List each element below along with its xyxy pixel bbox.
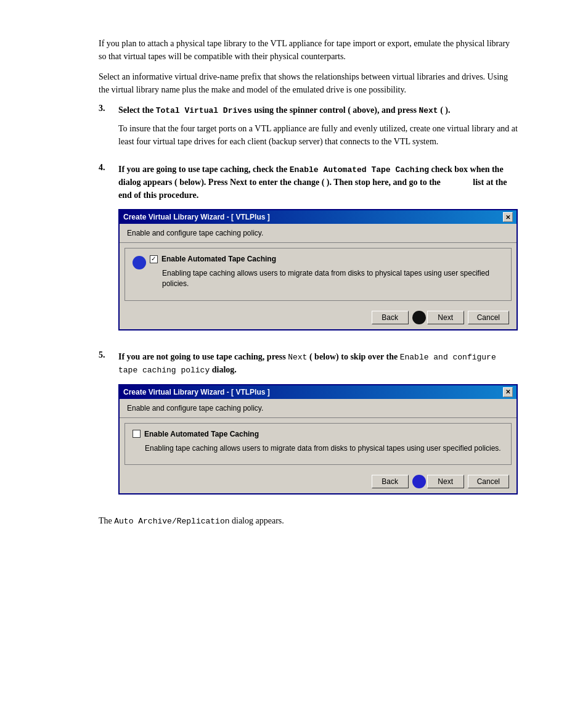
step-5-number: 5.: [99, 350, 113, 360]
step-5-para1: If you are not going to use tape caching…: [118, 350, 518, 377]
step-5-content: If you are not going to use tape caching…: [118, 350, 518, 505]
step-4-number: 4.: [99, 163, 113, 173]
dialog-1-titlebar: Create Virtual Library Wizard - [ VTLPlu…: [120, 210, 517, 224]
dialog-1-body: Enable Automated Tape Caching Enabling t…: [125, 248, 512, 301]
step-3-number: 3.: [99, 104, 113, 113]
dialog-1-wrapper: Create Virtual Library Wizard - [ VTLPlu…: [118, 209, 518, 330]
dialog-1-description: Enabling tape caching allows users to mi…: [162, 268, 504, 289]
dialog-1-checkbox-label: Enable Automated Tape Caching: [161, 255, 276, 263]
dialog-1-checkbox-row: Enable Automated Tape Caching: [150, 255, 504, 263]
dialog-1-next-dot: [412, 311, 426, 324]
dialog-1-subtitle: Enable and configure tape caching policy…: [120, 224, 517, 243]
step-3-code2: Next: [419, 106, 438, 115]
dialog-1-cancel-button[interactable]: Cancel: [468, 311, 509, 324]
step-3: 3. Select the Total Virtual Drives using…: [99, 104, 518, 153]
footer-code: Auto Archive/Replication: [114, 517, 229, 526]
dialog-2-back-button[interactable]: Back: [372, 475, 409, 488]
dialog-2-next-dot: [412, 475, 426, 488]
content-block: If you plan to attach a physical tape li…: [99, 37, 518, 528]
intro-paragraph-1: If you plan to attach a physical tape li…: [99, 37, 518, 63]
step-3-content: Select the Total Virtual Drives using th…: [118, 104, 518, 153]
dialog-2-title: Create Virtual Library Wizard - [ VTLPlu…: [123, 388, 270, 396]
dialog-1-checkbox[interactable]: [150, 255, 158, 263]
step-4-next-inline: Next: [230, 178, 247, 187]
dialog-1: Create Virtual Library Wizard - [ VTLPlu…: [118, 209, 518, 330]
footer-paragraph: The Auto Archive/Replication dialog appe…: [99, 514, 518, 528]
step-5: 5. If you are not going to use tape cach…: [99, 350, 518, 505]
step-5-bold-end: dialog.: [210, 365, 237, 374]
step-3-para2: To insure that the four target ports on …: [118, 122, 518, 148]
footer-text-before: The: [99, 516, 114, 525]
dialog-2-close-button[interactable]: ✕: [503, 387, 513, 397]
dialog-2-checkbox[interactable]: [133, 430, 141, 438]
dialog-2-titlebar: Create Virtual Library Wizard - [ VTLPlu…: [120, 385, 517, 399]
dialog-2-checkbox-label: Enable Automated Tape Caching: [144, 430, 259, 438]
step-4-code1: Enable Automated Tape Caching: [290, 165, 429, 174]
dialog-2-body: Enable Automated Tape Caching Enabling t…: [125, 423, 512, 466]
step-5-bold-after: ( below) to skip over the: [307, 352, 399, 361]
step-4-dot-indicator: [133, 256, 146, 269]
dialog-1-title: Create Virtual Library Wizard - [ VTLPlu…: [123, 213, 270, 221]
step-3-para1: Select the Total Virtual Drives using th…: [118, 104, 518, 117]
dialog-2-description: Enabling tape caching allows users to mi…: [145, 443, 504, 454]
step-4-bold: If you are going to use tape caching, ch…: [118, 165, 507, 200]
footer-text-after: dialog appears.: [230, 516, 284, 525]
dialog-2-checkbox-row: Enable Automated Tape Caching: [133, 430, 504, 438]
step-3-bold: Select the Total Virtual Drives using th…: [118, 105, 450, 115]
intro-paragraph-2: Select an informative virtual drive-name…: [99, 70, 518, 96]
dialog-1-next-button[interactable]: Next: [427, 311, 464, 324]
step-4-content: If you are going to use tape caching, ch…: [118, 163, 518, 340]
dialog-1-close-button[interactable]: ✕: [503, 212, 513, 222]
dialog-2-wrapper: Create Virtual Library Wizard - [ VTLPlu…: [118, 384, 518, 495]
dialog-1-footer: Back Next Cancel: [120, 306, 517, 329]
step-5-bold-before: If you are not going to use tape caching…: [118, 352, 288, 361]
step-5-code1: Next: [288, 353, 307, 362]
dialog-2-subtitle: Enable and configure tape caching policy…: [120, 399, 517, 418]
dialog-2-footer: Back Next Cancel: [120, 470, 517, 493]
dialog-2: Create Virtual Library Wizard - [ VTLPlu…: [118, 384, 518, 495]
dialog-2-next-button[interactable]: Next: [427, 475, 464, 488]
dialog-1-back-button[interactable]: Back: [372, 311, 409, 324]
step-4-para1: If you are going to use tape caching, ch…: [118, 163, 518, 202]
dialog-2-cancel-button[interactable]: Cancel: [468, 475, 509, 488]
step-3-code1: Total Virtual Drives: [156, 106, 252, 115]
step-4: 4. If you are going to use tape caching,…: [99, 163, 518, 340]
